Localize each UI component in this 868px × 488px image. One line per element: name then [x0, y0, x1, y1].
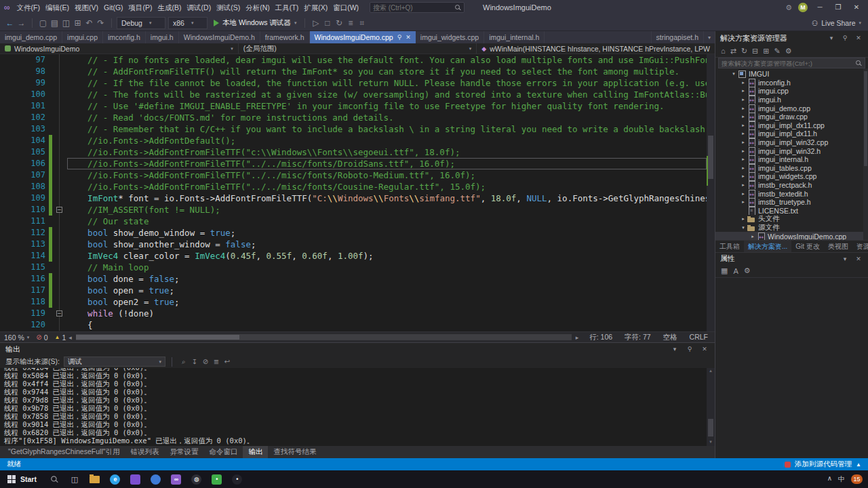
chevron-right-icon[interactable]: ▸ — [740, 191, 747, 197]
scope-dropdown[interactable]: (全局范围) ▾ — [239, 43, 477, 54]
tab-imconfig.h[interactable]: imconfig.h — [103, 31, 146, 43]
code-line-109[interactable]: 109 ImFont* font = io.Fonts->AddFontFrom… — [0, 192, 707, 204]
back-icon[interactable]: ← — [4, 18, 16, 28]
maximize-button[interactable]: ❐ — [832, 0, 844, 15]
run-without-debug-icon[interactable]: ▷ — [310, 18, 321, 28]
tree-item-imgui.h[interactable]: ▸imgui.h — [715, 96, 868, 104]
tree-item-imgui_demo.cpp[interactable]: ▸imgui_demo.cpp — [715, 104, 868, 113]
output-title-bar[interactable]: 输出 ▾ ⚲ ✕ — [0, 343, 715, 355]
bottom-tab-异常设置[interactable]: 异常设置 — [164, 446, 203, 458]
collapse-all-icon[interactable]: ⊟ — [752, 47, 758, 56]
panel-tab-解决方案资...[interactable]: 解决方案资... — [744, 241, 791, 252]
save-icon[interactable]: ◫ — [60, 18, 72, 28]
code-line-114[interactable]: 114 ImVec4 clear_color = ImVec4(0.45f, 0… — [0, 250, 707, 262]
tray-expand-icon[interactable]: ∧ — [827, 474, 832, 484]
taskbar-search-button[interactable] — [44, 470, 64, 488]
live-share-button[interactable]: ⚇ Live Share ▾ — [812, 15, 861, 31]
tab-list-chevron-icon[interactable]: ▾ — [704, 31, 715, 43]
chevron-down-icon[interactable]: ▾ — [730, 71, 737, 77]
output-content[interactable]: 线程 0x4104 已退出，返回值为 0 (0x0)。线程 0x5084 已退出… — [0, 368, 707, 446]
chevron-right-icon[interactable]: ▸ — [740, 97, 747, 102]
chevron-right-icon[interactable]: ▸ — [740, 131, 747, 136]
scrollbar-thumb[interactable] — [708, 136, 713, 179]
minimize-button[interactable]: ─ — [814, 0, 826, 15]
tree-item-imstb_textedit.h[interactable]: ▸imstb_textedit.h — [715, 189, 868, 198]
tree-item-WindowsImguiDemo.cpp[interactable]: ▸WindowsImguiDemo.cpp — [715, 232, 868, 240]
warning-indicator[interactable]: ▲ 1 — [55, 333, 66, 342]
code-line-117[interactable]: 117 bool open = true; — [0, 285, 707, 296]
dark-app-icon[interactable]: ◍ — [186, 470, 207, 488]
scrollbar-thumb[interactable] — [76, 335, 239, 340]
tree-item-imgui_impl_dx11.h[interactable]: ▸imgui_impl_dx11.h — [715, 129, 868, 138]
quick-search[interactable] — [370, 2, 465, 13]
chevron-right-icon[interactable]: ▸ — [740, 106, 747, 111]
code-editor[interactable]: 97 // - If no fonts are loaded, dear img… — [0, 54, 715, 331]
settings-icon[interactable]: ⚙ — [785, 3, 792, 12]
editor-vertical-scrollbar[interactable] — [707, 54, 715, 331]
bottom-tab-输出[interactable]: 输出 — [243, 446, 268, 458]
zoom-dropdown[interactable]: 160 % ▾ — [4, 333, 29, 342]
code-line-119[interactable]: 119– while (!done) — [0, 308, 707, 319]
member-dropdown[interactable]: ◆ wWinMain(HINSTANCE hInstance, HINSTANC… — [477, 43, 715, 54]
open-file-icon[interactable]: ▤ — [49, 18, 60, 28]
chevron-right-icon[interactable]: ▸ — [740, 182, 747, 188]
stop-icon[interactable]: □ — [321, 18, 333, 28]
edge-browser-icon[interactable]: e — [105, 470, 125, 488]
chevron-right-icon[interactable]: ▸ — [749, 234, 756, 239]
code-line-107[interactable]: 107 //io.Fonts->AddFontFromFileTTF("../.… — [0, 169, 707, 181]
menu-item[interactable]: Git(G) — [101, 0, 126, 15]
pin-icon[interactable]: ⚲ — [397, 34, 402, 41]
scroll-right-icon[interactable]: ▸ — [576, 334, 579, 341]
close-icon[interactable]: ✕ — [854, 35, 863, 41]
tree-item-imgui.cpp[interactable]: ▸imgui.cpp — [715, 87, 868, 96]
tree-item-imgui_impl_dx11.cpp[interactable]: ▸imgui_impl_dx11.cpp — [715, 121, 868, 130]
debug-config-dropdown[interactable]: Debug ▾ — [117, 17, 165, 29]
bottom-tab-命令窗口[interactable]: 命令窗口 — [203, 446, 243, 458]
tree-item-imgui_draw.cpp[interactable]: ▸imgui_draw.cpp — [715, 113, 868, 121]
scroll-down-icon[interactable]: ▾ — [707, 439, 715, 446]
code-line-113[interactable]: 113 bool show_another_window = false; — [0, 239, 707, 250]
tree-item-IMGUI[interactable]: ▾IMGUI — [715, 70, 868, 79]
undo-icon[interactable]: ↶ — [83, 18, 95, 28]
tab-framework.h[interactable]: framework.h — [260, 31, 310, 43]
bottom-tab-查找符号结果[interactable]: 查找符号结果 — [268, 446, 321, 458]
code-line-112[interactable]: 112 bool show_demo_window = true; — [0, 227, 707, 239]
code-line-102[interactable]: 102 // - Read 'docs/FONTS.md' for more i… — [0, 112, 707, 123]
categorized-icon[interactable]: ▦ — [721, 266, 728, 275]
close-icon[interactable]: ✕ — [406, 34, 411, 41]
code-line-98[interactable]: 98 // - AddFontFromFileTTF() will return… — [0, 66, 707, 77]
horizontal-scrollbar[interactable] — [76, 334, 572, 340]
forward-icon[interactable]: → — [16, 18, 27, 28]
purple-app-icon[interactable] — [125, 470, 146, 488]
find-icon[interactable]: ⌕ — [178, 358, 189, 366]
goto-message-icon[interactable]: ↧ — [189, 358, 200, 366]
tab-WindowsImguiDemo.cpp[interactable]: WindowsImguiDemo.cpp⚲✕ — [310, 31, 416, 43]
property-pages-icon[interactable]: ⚙ — [744, 266, 751, 275]
pin-icon[interactable]: ⚲ — [840, 35, 850, 41]
word-wrap-icon[interactable]: ≣ — [211, 358, 222, 366]
code-line-110[interactable]: 110– //IM_ASSERT(font != NULL); — [0, 204, 707, 216]
chevron-right-icon[interactable]: ▸ — [740, 140, 747, 145]
tab-imgui_demo.cpp[interactable]: imgui_demo.cpp — [0, 31, 62, 43]
menu-item[interactable]: 生成(B) — [155, 0, 184, 15]
menu-item[interactable]: 调试(D) — [184, 0, 214, 15]
tab-WindowsImguiDemo.h[interactable]: WindowsImguiDemo.h — [179, 31, 260, 43]
quick-search-input[interactable] — [373, 4, 452, 12]
scrollbar-thumb[interactable] — [708, 419, 713, 436]
tree-item-imstb_rectpack.h[interactable]: ▸imstb_rectpack.h — [715, 181, 868, 190]
menu-item[interactable]: 项目(P) — [126, 0, 155, 15]
panel-tab-Git 更改[interactable]: Git 更改 — [791, 241, 824, 252]
save-all-icon[interactable]: ⊞ — [72, 18, 83, 28]
source-control-button[interactable]: 添加到源代码管理 ▲ — [785, 460, 861, 469]
menu-item[interactable]: 窗口(W) — [330, 0, 361, 15]
scroll-up-icon[interactable]: ▴ — [707, 368, 715, 375]
new-file-icon[interactable]: ▢ — [37, 18, 49, 28]
notification-badge[interactable]: 15 — [851, 474, 863, 484]
code-line-111[interactable]: 111 // Our state — [0, 216, 707, 227]
tab-stringapiset.h[interactable]: stringapiset.h — [651, 31, 704, 43]
code-line-118[interactable]: 118 bool open2 = true; — [0, 296, 707, 308]
tree-item-imconfig.h[interactable]: ▸imconfig.h — [715, 79, 868, 87]
code-line-101[interactable]: 101 // - Use '#define IMGUI_ENABLE_FREET… — [0, 100, 707, 112]
tab-imgui_internal.h[interactable]: imgui_internal.h — [484, 31, 545, 43]
close-icon[interactable]: ✕ — [854, 256, 863, 262]
